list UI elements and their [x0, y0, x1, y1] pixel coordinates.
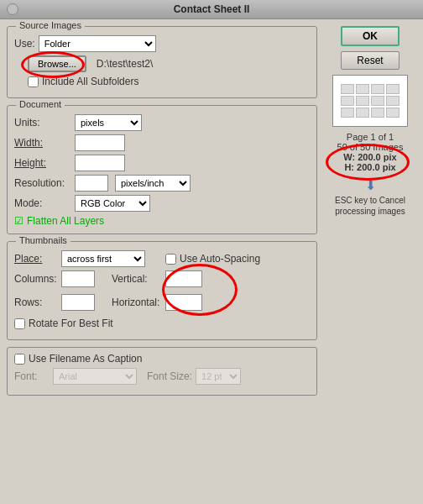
- resolution-input[interactable]: 72: [75, 175, 108, 192]
- font-select: Arial: [53, 368, 137, 385]
- preview-cell: [371, 108, 384, 118]
- source-images-section: Source Images Use: Folder Browse... D:\t…: [7, 26, 317, 98]
- preview-info: Page 1 of 1 50 of 50 Images W: 200.0 pix…: [337, 132, 404, 172]
- preview-inner: [337, 81, 403, 121]
- preview-cell: [341, 84, 354, 94]
- right-panel: OK Reset: [324, 26, 416, 402]
- horizontal-label: Horizontal:: [112, 297, 162, 308]
- preview-col-2: [356, 84, 369, 118]
- resolution-label: Resolution:: [14, 177, 71, 189]
- include-subfolders-checkbox[interactable]: [28, 76, 39, 87]
- thumbnails-label: Thumbnails: [16, 235, 70, 245]
- vertical-input[interactable]: 0: [165, 270, 202, 287]
- preview-cell: [386, 108, 400, 118]
- page-info: Page 1 of 1: [337, 132, 404, 142]
- document-section: Document Units: pixels Width: 2000 Heigh…: [7, 105, 317, 234]
- flatten-check-icon: ☑: [14, 215, 24, 227]
- units-label: Units:: [14, 117, 71, 129]
- thumbnails-section: Thumbnails Place: across first Use Auto-…: [7, 241, 317, 340]
- caption-checkbox[interactable]: [14, 354, 25, 365]
- title-bar-title: Contact Sheet II: [18, 3, 405, 15]
- rotate-label: Rotate For Best Fit: [29, 318, 113, 329]
- height-label: Height:: [14, 157, 71, 169]
- use-auto-spacing-label: Use Auto-Spacing: [180, 253, 260, 265]
- rotate-checkbox[interactable]: [14, 318, 25, 329]
- cancel-text: ESC key to Cancel processing images: [324, 195, 416, 217]
- cancel-info: ⬇ ESC key to Cancel processing images: [324, 177, 416, 217]
- preview-cell: [386, 84, 400, 94]
- left-panel: Source Images Use: Folder Browse... D:\t…: [7, 26, 317, 402]
- preview-cell: [341, 96, 354, 106]
- preview-cell: [356, 108, 369, 118]
- mode-label: Mode:: [14, 197, 71, 209]
- preview-cell: [371, 96, 384, 106]
- rows-label: Rows:: [14, 297, 58, 308]
- flatten-layers-label: Flatten All Layers: [27, 215, 104, 227]
- title-bar-close[interactable]: [7, 3, 18, 15]
- title-bar: Contact Sheet II: [0, 0, 423, 19]
- preview-cell: [386, 96, 400, 106]
- browse-button[interactable]: Browse...: [28, 55, 86, 72]
- preview-cell: [371, 84, 384, 94]
- source-images-label: Source Images: [16, 20, 85, 30]
- horizontal-input[interactable]: 0: [165, 294, 202, 311]
- vertical-label: Vertical:: [112, 273, 162, 285]
- preview-col-1: [341, 84, 354, 118]
- use-select[interactable]: Folder: [39, 35, 156, 52]
- preview-cell: [356, 84, 369, 94]
- reset-button[interactable]: Reset: [341, 51, 400, 70]
- preview-col-4: [386, 84, 400, 118]
- rows-input[interactable]: 5: [61, 294, 95, 311]
- columns-input[interactable]: 10: [61, 270, 95, 287]
- preview-box: [332, 75, 408, 127]
- font-size-select: 12 pt: [196, 368, 241, 385]
- width-input[interactable]: 2000: [75, 134, 125, 151]
- ok-button[interactable]: OK: [341, 26, 400, 46]
- font-label: Font:: [14, 370, 50, 382]
- include-subfolders-label: Include All Subfolders: [42, 76, 138, 87]
- width-info: W: 200.0 pix: [337, 152, 404, 162]
- place-label: Place:: [14, 253, 58, 265]
- height-input[interactable]: 1000: [75, 155, 125, 171]
- font-size-label: Font Size:: [147, 370, 192, 382]
- folder-path: D:\test\test2\: [97, 58, 153, 70]
- mode-select[interactable]: RGB Color: [75, 195, 150, 212]
- caption-label: Use Filename As Caption: [29, 353, 142, 365]
- use-auto-spacing-checkbox[interactable]: [165, 254, 176, 265]
- download-icon: ⬇: [365, 177, 376, 193]
- height-info: H: 200.0 pix: [337, 162, 404, 172]
- document-label: Document: [16, 99, 65, 109]
- resolution-units-select[interactable]: pixels/inch: [115, 175, 191, 192]
- preview-cell: [356, 96, 369, 106]
- place-select[interactable]: across first: [61, 250, 145, 267]
- caption-section: Use Filename As Caption Font: Arial Font…: [7, 347, 317, 396]
- width-label: Width:: [14, 137, 71, 149]
- use-label: Use:: [14, 38, 35, 50]
- columns-label: Columns:: [14, 273, 58, 285]
- preview-col-3: [371, 84, 384, 118]
- units-select[interactable]: pixels: [75, 114, 142, 131]
- preview-cell: [341, 108, 354, 118]
- images-info: 50 of 50 Images: [337, 142, 404, 152]
